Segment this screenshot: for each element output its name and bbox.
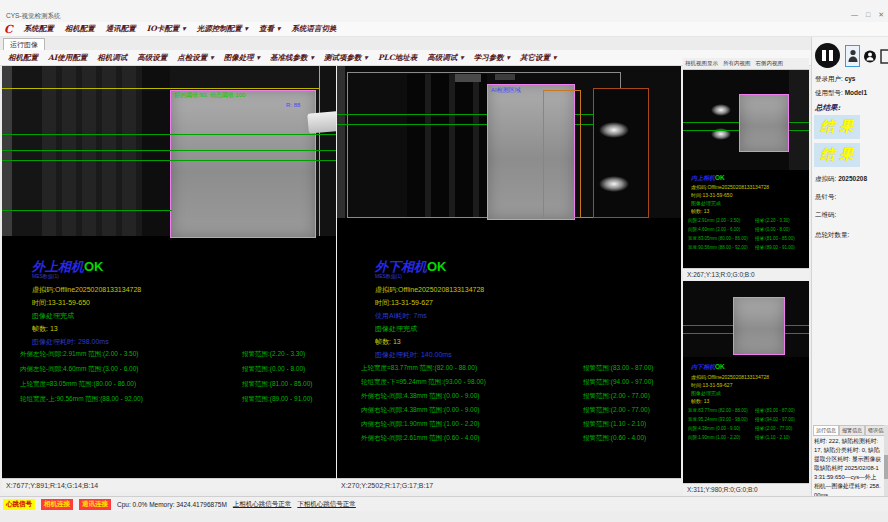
alarm-range-text: 报警:(81.00 - 85.00) <box>755 236 795 241</box>
model-label: 使用型号: <box>815 89 843 96</box>
time-line: 时间:13-31-59-650 <box>691 192 732 198</box>
left-view-statusbar: X:7677;Y:891;R:14;G:14;B:14 <box>2 478 336 492</box>
needle-number-row: 悬针号: <box>815 193 836 202</box>
camera-view-inner-lower[interactable]: 内下相机OK 虚拟码:Offline20250208133134728 时间:1… <box>683 281 809 483</box>
qr-code-row: 二维码: <box>815 211 836 220</box>
tool-learning-params[interactable]: 学习参数 ▾ <box>474 53 510 63</box>
tool-advanced-debug[interactable]: 高级调试 ▾ <box>427 53 463 63</box>
mini-tab-all-inner[interactable]: 所有内视图 <box>723 60 751 67</box>
alarm-range-text: 报警范围:(0.60 - 4.00) <box>583 434 646 443</box>
minimize-button[interactable]: — <box>851 11 858 19</box>
log-tab-run-info[interactable]: 运行信息 <box>813 425 839 436</box>
menu-bar: C 系统配置 相机配置 通讯配置 IO卡配置 ▾ 光源控制配置 ▾ 查看 ▾ 系… <box>0 22 888 37</box>
menu-comm-config[interactable]: 通讯配置 <box>106 24 136 34</box>
connector-part <box>307 110 336 133</box>
operator-mode-button[interactable] <box>845 45 860 67</box>
measurement-row: 外侧左轮-间隙:2.91mm 范围:(2.00 - 3.50)报警范围:(2.2… <box>2 350 336 360</box>
alarm-range-text: 报警范围:(89.00 - 91.00) <box>242 395 312 404</box>
tool-spot-check[interactable]: 点检设置 ▾ <box>177 53 213 63</box>
measurement-text: 外侧右轮-间隙:4.38mm 范围:(0.00 - 9.00) <box>361 392 479 401</box>
menu-language-switch[interactable]: 系统语言切换 <box>291 24 336 34</box>
admin-mode-button[interactable] <box>863 48 876 65</box>
tool-advanced-settings[interactable]: 高级设置 <box>137 53 167 63</box>
alarm-range-text: 报警范围:(81.00 - 85.00) <box>242 380 312 389</box>
measurement-text: 宽度:95.24mm (93.00 - 98.00) <box>688 417 748 422</box>
measurement-row: 宽度:90.56mm (88.00 - 92.00)报警:(89.00 - 91… <box>683 245 809 255</box>
result-indicator-1: 结 果 <box>814 115 860 139</box>
defect-detection-box <box>593 88 649 218</box>
app-window: CYS-视觉检测系统 — □ ✕ C 系统配置 相机配置 通讯配置 IO卡配置 … <box>0 0 888 522</box>
time-line: 时间:13-31-59-627 <box>691 382 732 388</box>
lower-camera-heartbeat-text: 下相机心跳信号正常 <box>297 500 356 509</box>
tool-camera-debug[interactable]: 相机调试 <box>97 53 127 63</box>
user-dark-icon <box>864 50 876 64</box>
exit-door-icon <box>880 49 888 64</box>
close-button[interactable]: ✕ <box>878 11 884 19</box>
tool-camera-config[interactable]: 相机配置 <box>8 53 38 63</box>
menu-io-config[interactable]: IO卡配置 ▾ <box>147 24 186 34</box>
tool-test-params[interactable]: 测试项参数 ▾ <box>324 53 368 63</box>
measurement-text: 间隙:4.38mm (0.00 - 9.00) <box>688 426 740 431</box>
alarm-range-text: 报警:(83.00 - 87.00) <box>755 408 795 413</box>
measurement-text: 宽度:83.77mm (82.00 - 88.00) <box>688 408 748 413</box>
measurement-row: 内侧右轮-间隙:4.38mm 范围:(0.00 - 9.00)报警范围:(2.0… <box>337 406 681 416</box>
measurement-text: 外侧左轮-间隙:2.91mm 范围:(2.00 - 3.50) <box>20 350 138 359</box>
measurement-text: 外侧右轮-间隙:2.61mm 范围:(0.60 - 4.00) <box>361 434 479 443</box>
alarm-range-text: 报警范围:(83.00 - 87.00) <box>583 364 653 373</box>
tool-ai-config[interactable]: AI使用配置 <box>48 53 87 63</box>
virtual-code-value: 20250208 <box>838 175 867 182</box>
menu-system-config[interactable]: 系统配置 <box>24 24 54 34</box>
tool-image-processing[interactable]: 图像处理 ▾ <box>224 53 260 63</box>
processing-done-line: 图像处理完成 <box>375 324 417 334</box>
reflection-spot <box>599 176 629 192</box>
menu-light-config[interactable]: 光源控制配置 ▾ <box>197 24 248 34</box>
alarm-range-text: 报警:(94.00 - 97.00) <box>755 417 795 422</box>
maximize-button[interactable]: □ <box>866 11 870 19</box>
result-indicator-2: 结 果 <box>814 143 860 167</box>
pause-icon <box>829 50 833 61</box>
log-scrollbar-thumb[interactable] <box>884 455 888 479</box>
alarm-range-text: 报警:(89.00 - 91.00) <box>755 245 795 250</box>
alarm-range-text: 报警:(2.20 - 3.30) <box>755 218 790 223</box>
measurement-text: 内侧左轮-间隙:4.60mm 范围:(3.00 - 6.00) <box>20 365 138 374</box>
menu-view[interactable]: 查看 ▾ <box>259 24 280 34</box>
camera-view-outer-lower[interactable]: AI检测区域 外下相机OK MES数据(1) 虚拟码:Offline202502… <box>337 66 681 478</box>
frame-count-line: 帧数: 13 <box>375 337 401 347</box>
measure-line <box>2 134 336 135</box>
camera-connection-badge: 相机连接 <box>41 499 73 510</box>
login-user-label: 登录用户: <box>815 75 843 82</box>
cpu-memory-text: Cpu: 0.0% Memory: 3424.41796875M <box>117 501 227 508</box>
frame-count-line: 帧数: 13 <box>691 208 709 214</box>
tool-plc-address[interactable]: PLC地址表 <box>378 53 417 63</box>
mini-tab-right-inner[interactable]: 右侧内视图 <box>756 60 784 67</box>
threshold-overlay-label: 好的阈值:93, 动态阈值:100 <box>174 91 245 100</box>
measurement-row: 内侧左轮-间隙:4.60mm 范围:(3.00 - 6.00)报警范围:(0.0… <box>2 365 336 375</box>
result-text: 结 果 <box>821 146 854 164</box>
pause-button[interactable] <box>815 43 840 68</box>
elapsed-line: 图像处理耗时: 140.00ms <box>375 350 452 360</box>
measure-line <box>2 150 336 151</box>
log-tab-alarm-info[interactable]: 报警信息 <box>839 425 865 436</box>
machine-bar <box>789 70 809 170</box>
camera-name: 外下相机 <box>375 259 427 274</box>
alarm-range-text: 报警:(2.00 - 77.00) <box>755 426 792 431</box>
log-tabbar: 运行信息 报警信息 错误信息 <box>813 425 885 436</box>
tool-baseline-params[interactable]: 基准线参数 ▾ <box>270 53 314 63</box>
measurement-text: 宽度:83.05mm (80.00 - 86.00) <box>688 236 748 241</box>
camera-view-outer-upper[interactable]: 好的阈值:93, 动态阈值:100 R: 88 外上相机OK MES数据(1) … <box>2 66 336 478</box>
mini1-statusbar: X:267;Y:13;R:0;G:0;B:0 <box>683 268 809 280</box>
measurement-text: 宽度:90.56mm (88.00 - 92.00) <box>688 245 748 250</box>
tool-other-settings[interactable]: 其它设置 ▾ <box>520 53 556 63</box>
result-ok-badge: OK <box>715 174 725 181</box>
menu-camera-config[interactable]: 相机配置 <box>65 24 95 34</box>
part-region-box <box>733 297 785 355</box>
exit-button[interactable] <box>878 45 888 67</box>
barcode-line: 虚拟码:Offline20250208133134728 <box>691 374 769 380</box>
measurement-row: 外侧右轮-间隙:4.38mm 范围:(0.00 - 9.00)报警范围:(2.0… <box>337 392 681 402</box>
measurement-text: 上轮宽度=83.05mm 范围:(80.00 - 86.00) <box>20 380 136 389</box>
part-region-box <box>739 94 789 152</box>
app-logo-icon: C <box>4 24 13 35</box>
result-ok-badge: OK <box>715 363 725 370</box>
camera-view-inner-upper[interactable]: 内上相机OK 虚拟码:Offline20250208133134728 时间:1… <box>683 70 809 268</box>
virtual-code-row: 虚拟码: 20250208 <box>815 175 867 184</box>
